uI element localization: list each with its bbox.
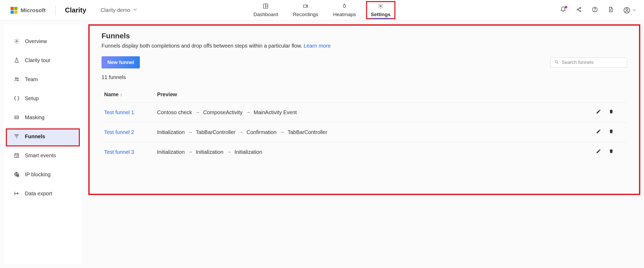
- project-selector[interactable]: Clarity demo: [100, 7, 137, 13]
- main-layout: Overview Clarity tour Team Setup Masking…: [0, 21, 644, 268]
- col-header-actions: [590, 87, 627, 103]
- document-icon[interactable]: [608, 6, 614, 14]
- svg-line-32: [557, 63, 558, 64]
- delete-icon[interactable]: [609, 109, 614, 116]
- sidebar-label: IP blocking: [25, 172, 50, 178]
- funnel-steps: Initialization→Initialization→Initializa…: [157, 149, 587, 155]
- nav-heatmaps[interactable]: Heatmaps: [328, 0, 361, 20]
- people-icon: [13, 76, 20, 82]
- funnel-name-link[interactable]: Test funnel 1: [104, 109, 134, 115]
- sidebar-item-masking[interactable]: Masking: [6, 108, 80, 126]
- funnel-step: Initialization: [234, 149, 262, 155]
- search-funnels-box[interactable]: [550, 57, 627, 68]
- svg-point-6: [580, 7, 581, 8]
- sidebar-item-funnels[interactable]: Funnels: [6, 127, 80, 145]
- row-actions: [593, 129, 624, 136]
- svg-point-11: [595, 11, 595, 11]
- sidebar-item-data-export[interactable]: Data export: [6, 184, 80, 202]
- svg-rect-19: [15, 116, 19, 119]
- row-actions: [593, 109, 624, 116]
- svg-point-18: [17, 78, 19, 79]
- svg-point-21: [17, 117, 18, 118]
- funnel-icon: [13, 133, 20, 139]
- sort-arrow-up-icon: ↑: [120, 93, 122, 97]
- sidebar-label: Smart events: [25, 153, 56, 159]
- table-row: Test funnel 2Initialization→TabBarContro…: [102, 122, 627, 142]
- search-input[interactable]: [562, 60, 623, 65]
- col-header-preview[interactable]: Preview: [154, 87, 590, 103]
- sidebar-item-team[interactable]: Team: [6, 70, 80, 88]
- svg-point-17: [15, 78, 17, 79]
- new-funnel-button[interactable]: New funnel: [102, 56, 140, 68]
- funnel-step: Initialization: [157, 149, 185, 155]
- sidebar-label: Team: [25, 76, 38, 82]
- page-title: Funnels: [102, 32, 627, 40]
- gear-icon: [13, 38, 20, 44]
- funnel-step: Initialization: [196, 149, 224, 155]
- share-icon[interactable]: [576, 6, 582, 14]
- project-name: Clarity demo: [100, 7, 130, 13]
- sidebar-label: Funnels: [25, 133, 45, 140]
- notification-dot-icon: [565, 6, 567, 8]
- funnel-step: Contoso check: [157, 109, 192, 115]
- svg-point-15: [626, 8, 628, 10]
- nav-dashboard[interactable]: Dashboard: [249, 0, 283, 20]
- learn-more-link[interactable]: Learn more: [304, 43, 331, 49]
- svg-line-9: [578, 10, 580, 11]
- edit-icon[interactable]: [596, 149, 601, 155]
- brand: Microsoft Clarity: [11, 6, 86, 15]
- funnel-step: TabBarController: [196, 129, 236, 135]
- flask-icon: [13, 57, 20, 63]
- settings-sidebar: Overview Clarity tour Team Setup Masking…: [4, 24, 82, 264]
- sidebar-item-setup[interactable]: Setup: [6, 89, 80, 107]
- arrow-right-icon: →: [280, 130, 284, 135]
- funnel-steps: Initialization→TabBarController→Confirma…: [157, 129, 587, 135]
- sidebar-item-overview[interactable]: Overview: [6, 32, 80, 50]
- funnels-panel: Funnels Funnels display both completions…: [88, 24, 640, 169]
- product-label: Clarity: [65, 6, 86, 14]
- sidebar-item-ip-blocking[interactable]: IP blocking: [6, 165, 80, 183]
- nav-recordings-label: Recordings: [293, 12, 318, 17]
- funnel-name-link[interactable]: Test funnel 2: [104, 129, 134, 135]
- arrow-right-icon: →: [188, 130, 193, 135]
- nav-settings-label: Settings: [371, 12, 390, 17]
- funnel-steps: Contoso check→ComposeActivity→MainActivi…: [157, 109, 587, 115]
- notifications-icon[interactable]: [560, 6, 566, 14]
- table-row: Test funnel 1Contoso check→ComposeActivi…: [102, 103, 627, 122]
- funnels-table: Name↑ Preview Test funnel 1Contoso check…: [102, 87, 627, 162]
- mask-icon: [13, 114, 20, 120]
- sidebar-label: Clarity tour: [25, 57, 50, 63]
- delete-icon[interactable]: [609, 149, 614, 155]
- gear-icon: [378, 3, 384, 11]
- funnel-step: MainActivity Event: [254, 109, 297, 115]
- user-icon: [623, 7, 630, 14]
- flame-icon: [342, 3, 347, 11]
- nav-dashboard-label: Dashboard: [254, 12, 278, 17]
- svg-point-7: [580, 10, 581, 11]
- svg-point-20: [16, 117, 16, 118]
- help-icon[interactable]: [592, 6, 598, 14]
- svg-point-5: [577, 9, 578, 10]
- col-header-name[interactable]: Name↑: [102, 87, 154, 103]
- chevron-down-icon: [133, 7, 137, 13]
- top-bar: Microsoft Clarity Clarity demo Dashboard…: [0, 0, 644, 21]
- dashboard-icon: [263, 3, 269, 11]
- sidebar-item-clarity-tour[interactable]: Clarity tour: [6, 51, 80, 69]
- user-menu[interactable]: [623, 7, 636, 14]
- microsoft-logo-icon: [11, 7, 17, 14]
- sidebar-item-smart-events[interactable]: Smart events: [6, 146, 80, 164]
- edit-icon[interactable]: [596, 129, 601, 136]
- funnel-count: 11 funnels: [102, 74, 627, 80]
- arrow-right-icon: →: [195, 110, 200, 115]
- edit-icon[interactable]: [596, 109, 601, 116]
- delete-icon[interactable]: [609, 129, 614, 136]
- export-icon: [13, 191, 20, 196]
- svg-rect-3: [303, 5, 306, 7]
- microsoft-label: Microsoft: [21, 7, 46, 13]
- nav-recordings[interactable]: Recordings: [288, 0, 323, 20]
- sidebar-label: Setup: [25, 95, 39, 101]
- funnel-name-link[interactable]: Test funnel 3: [104, 149, 134, 155]
- sidebar-label: Data export: [25, 191, 52, 197]
- svg-line-8: [578, 8, 580, 9]
- nav-settings[interactable]: Settings: [366, 0, 395, 20]
